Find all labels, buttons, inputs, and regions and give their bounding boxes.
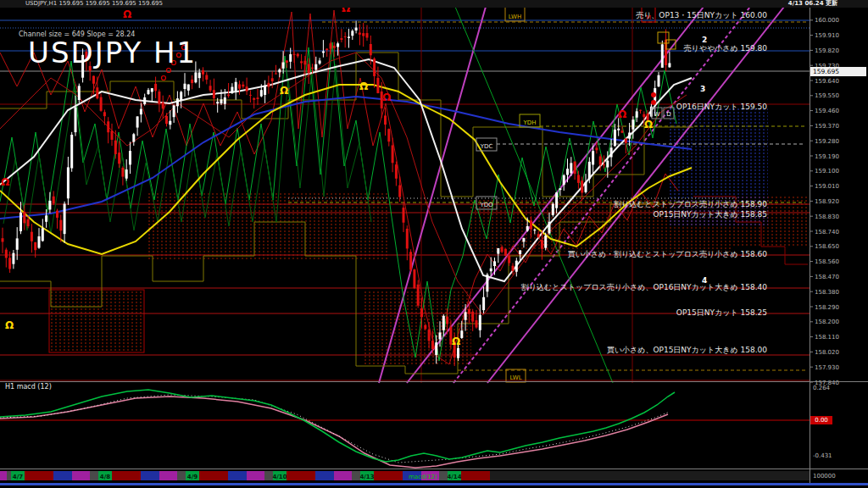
candle-body	[610, 147, 613, 157]
candle-body	[282, 63, 285, 69]
order-annotation: 割り込むとストップロス売り小さめ 158.90	[614, 200, 767, 208]
order-annotation: OP16日NYカット 159.50	[676, 103, 767, 111]
price-axis-label[interactable]: 159.280	[815, 138, 839, 145]
candle-body	[111, 130, 114, 140]
candle-body	[125, 169, 128, 179]
candle-body	[249, 95, 252, 96]
price-axis-label[interactable]: 158.650	[815, 243, 839, 250]
session-segment	[159, 471, 177, 480]
price-axis-label[interactable]: 159.910	[815, 32, 839, 39]
candle-body	[59, 220, 62, 231]
candle-body	[595, 147, 598, 150]
candle-body	[19, 213, 22, 231]
candle-body	[373, 58, 376, 76]
candle-body	[337, 43, 339, 47]
candle-body	[508, 256, 510, 263]
session-segment	[94, 471, 98, 480]
price-axis-label[interactable]: 158.740	[815, 229, 839, 236]
candle-body	[512, 266, 515, 271]
candle-body	[355, 28, 358, 30]
candle-body	[286, 60, 288, 63]
session-segment	[177, 471, 181, 480]
candle-body	[260, 90, 263, 96]
date-axis-label[interactable]: 4/10	[272, 474, 287, 480]
candle-body	[585, 182, 587, 192]
price-axis-label[interactable]: 158.830	[815, 214, 839, 220]
candle-body	[398, 186, 401, 197]
session-segment	[7, 471, 11, 480]
candle-body	[628, 132, 631, 138]
candle-body	[504, 249, 507, 256]
candle-body	[253, 98, 255, 100]
order-annotation: OP15日NYカット 158.25	[676, 308, 767, 317]
level-label-box-text: LWH	[509, 14, 521, 20]
price-axis-label[interactable]: 159.460	[815, 108, 839, 114]
price-axis-label[interactable]: 159.370	[815, 123, 839, 130]
date-axis-label[interactable]: 4/9	[187, 474, 198, 480]
candle-body	[136, 116, 139, 127]
candle-body	[435, 342, 437, 355]
candle-body	[625, 138, 627, 143]
date-axis-label[interactable]: 4/8	[100, 474, 110, 480]
candle-body	[257, 97, 259, 99]
candle-body	[530, 220, 532, 229]
date-axis-label[interactable]: 4/7	[13, 474, 23, 480]
price-axis-label[interactable]: 158.290	[815, 304, 839, 311]
candle-body	[194, 72, 197, 82]
candle-body	[246, 86, 248, 91]
macd-axis-label[interactable]: 0.264	[813, 385, 831, 391]
macd-axis-label[interactable]: 100000	[813, 473, 836, 480]
candle-body	[643, 114, 645, 118]
candle-body	[519, 250, 521, 254]
price-axis-label[interactable]: 159.010	[815, 183, 839, 190]
candle-body	[566, 169, 569, 175]
price-axis-label[interactable]: 158.200	[815, 319, 839, 325]
omega-signal-icon: Ω	[382, 92, 391, 103]
date-axis-label[interactable]: 4/13	[359, 474, 374, 480]
candle-body	[515, 261, 518, 272]
candle-body	[16, 238, 19, 249]
candle-body	[308, 64, 310, 74]
candle-body	[526, 226, 529, 230]
candle-body	[45, 215, 47, 221]
candle-body	[176, 98, 179, 106]
candle-body	[92, 76, 95, 84]
price-axis-label[interactable]: 159.100	[815, 168, 839, 175]
candle-body	[395, 164, 398, 179]
price-axis-label[interactable]: 157.930	[815, 364, 839, 371]
price-axis-label[interactable]: 158.110	[815, 334, 839, 341]
price-axis-label[interactable]: 159.550	[815, 92, 839, 99]
pivot-number: 3	[700, 85, 705, 93]
candle-body	[48, 201, 51, 210]
candle-body	[151, 88, 153, 92]
candle-body	[173, 105, 175, 117]
price-axis-label[interactable]: 160.000	[815, 17, 839, 24]
candle-body	[424, 325, 426, 330]
price-axis-label[interactable]: 158.020	[815, 349, 839, 356]
level-label-box-text: YDC	[480, 143, 493, 150]
candle-body	[75, 108, 77, 132]
price-axis-label[interactable]: 159.190	[815, 153, 839, 160]
price-axis-label[interactable]: 158.470	[815, 274, 839, 280]
candle-body	[636, 111, 638, 117]
chart-layers: ΩΩΩΩΩΩΩΩΩΩMLWHYDHYDCYDOLWLWD234売り、OP13・1…	[0, 0, 868, 488]
price-axis-label[interactable]: 158.380	[815, 289, 839, 296]
date-axis-label[interactable]: 4/14	[447, 474, 461, 480]
candle-body	[431, 341, 434, 349]
session-segment	[352, 471, 356, 480]
candle-body	[479, 315, 481, 330]
symbol-ohlc-info: USDJPY,H1 159.695 159.695 159.695 159.69…	[25, 0, 163, 8]
price-axis-label[interactable]: 159.820	[815, 47, 839, 54]
order-annotation: OP15日NYカット大きめ 158.85	[653, 210, 767, 219]
price-axis-label[interactable]: 158.920	[815, 198, 839, 205]
candle-body	[23, 212, 25, 223]
red-dot-marker	[651, 92, 656, 97]
candle-body	[12, 253, 14, 264]
price-axis-label[interactable]: 158.560	[815, 258, 839, 265]
macd-axis-label[interactable]: -0.431	[813, 452, 832, 459]
ichimoku-cloud	[49, 290, 144, 352]
candle-body	[537, 234, 540, 237]
price-axis-label[interactable]: 159.640	[815, 78, 839, 85]
price-chart-canvas[interactable]: ΩΩΩΩΩΩΩΩΩΩMLWHYDHYDCYDOLWLWD234売り、OP13・1…	[0, 0, 868, 488]
omega-signal-icon: Ω	[280, 85, 288, 97]
